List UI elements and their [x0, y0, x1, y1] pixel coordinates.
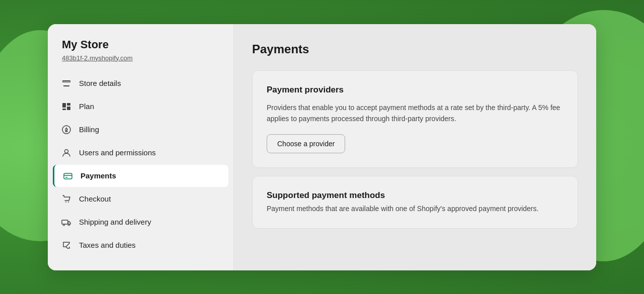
svg-rect-6: [64, 173, 72, 179]
store-header: My Store 483b1f-2.myshopify.com: [48, 24, 233, 72]
users-icon: [61, 147, 72, 158]
svg-rect-2: [67, 107, 70, 110]
svg-rect-10: [62, 220, 68, 224]
taxes-icon: [61, 240, 72, 251]
sidebar-item-label: Plan: [79, 102, 94, 111]
sidebar-item-label: Shipping and delivery: [79, 218, 151, 226]
sidebar-item-payments[interactable]: Payments: [53, 165, 228, 187]
page-title: Payments: [252, 42, 578, 56]
sidebar-item-label: Store details: [79, 79, 121, 87]
sidebar-item-billing[interactable]: Billing: [53, 119, 228, 141]
svg-point-5: [65, 149, 68, 153]
svg-point-4: [62, 126, 70, 134]
store-icon: [61, 78, 72, 89]
app-window: My Store 483b1f-2.myshopify.com Store de…: [48, 24, 596, 270]
svg-point-11: [63, 224, 65, 226]
nav-list: Store details Plan Billing: [48, 72, 233, 270]
checkout-icon: [61, 193, 72, 205]
shipping-icon: [61, 217, 72, 228]
sidebar-item-store-details[interactable]: Store details: [53, 72, 228, 94]
svg-rect-7: [65, 177, 67, 178]
payment-providers-title: Payment providers: [267, 85, 564, 95]
sidebar-item-label: Checkout: [79, 194, 111, 203]
sidebar-item-plan[interactable]: Plan: [53, 95, 228, 118]
sidebar-item-taxes-duties[interactable]: Taxes and duties: [53, 234, 228, 256]
svg-rect-1: [67, 103, 70, 106]
payment-providers-description: Providers that enable you to accept paym…: [267, 102, 564, 125]
sidebar-item-users-permissions[interactable]: Users and permissions: [53, 142, 228, 164]
main-content: Payments Payment providers Providers tha…: [234, 24, 596, 270]
supported-methods-title: Supported payment methods: [267, 190, 564, 201]
sidebar-item-label: Users and permissions: [79, 148, 156, 157]
svg-point-8: [65, 202, 66, 203]
store-url[interactable]: 483b1f-2.myshopify.com: [62, 54, 133, 62]
store-name: My Store: [62, 38, 219, 51]
sidebar: My Store 483b1f-2.myshopify.com Store de…: [48, 24, 234, 270]
supported-methods-card: Supported payment methods Payment method…: [252, 176, 578, 229]
payments-icon: [62, 170, 73, 181]
billing-icon: [61, 124, 72, 135]
svg-rect-0: [62, 103, 66, 108]
sidebar-item-shipping-delivery[interactable]: Shipping and delivery: [53, 211, 228, 233]
svg-point-9: [68, 202, 69, 203]
plan-icon: [61, 101, 72, 112]
svg-rect-3: [62, 109, 66, 110]
sidebar-item-label: Taxes and duties: [79, 241, 136, 249]
choose-provider-button[interactable]: Choose a provider: [267, 134, 345, 153]
svg-point-12: [68, 224, 70, 226]
supported-methods-description: Payment methods that are available with …: [267, 204, 564, 214]
sidebar-item-checkout[interactable]: Checkout: [53, 188, 228, 210]
sidebar-item-label: Billing: [79, 125, 99, 134]
payment-providers-card: Payment providers Providers that enable …: [252, 70, 578, 168]
sidebar-item-label: Payments: [80, 171, 116, 180]
